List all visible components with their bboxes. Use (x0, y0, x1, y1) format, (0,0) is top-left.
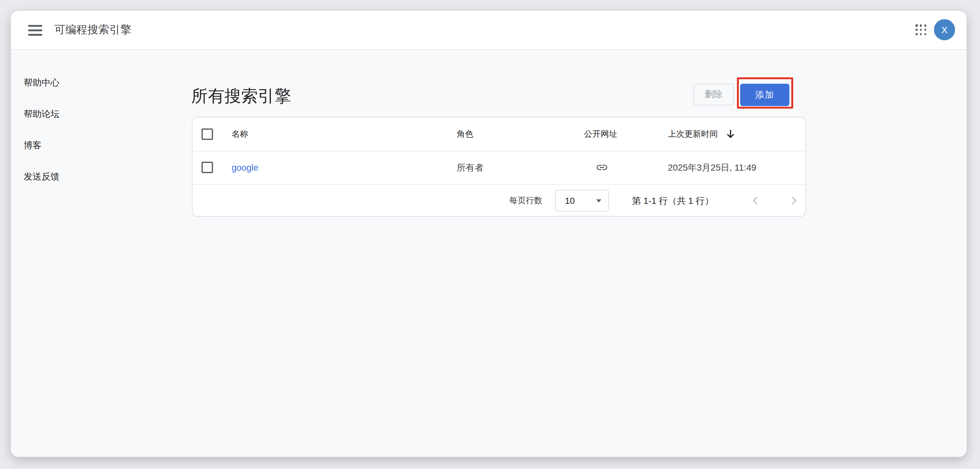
add-button[interactable]: 添加 (740, 84, 789, 106)
sidebar-item-help-forum[interactable]: 帮助论坛 (24, 107, 59, 120)
caret-down-icon (596, 200, 601, 203)
previous-page-button[interactable] (752, 197, 759, 204)
delete-button[interactable]: 删除 (694, 84, 734, 105)
menu-icon[interactable] (28, 24, 42, 36)
public-url-link-icon[interactable] (595, 161, 608, 176)
sidebar-item-help-center[interactable]: 帮助中心 (24, 76, 59, 89)
table-header-row: 名称 角色 公开网址 上次更新时间 (192, 117, 805, 151)
column-header-name[interactable]: 名称 (232, 117, 248, 151)
engine-last-updated: 2025年3月25日, 11:49 (668, 151, 756, 184)
rows-per-page-value: 10 (565, 190, 575, 211)
row-checkbox[interactable] (202, 162, 213, 173)
column-header-role[interactable]: 角色 (457, 117, 473, 151)
pagination-range-text: 第 1-1 行（共 1 行） (632, 184, 714, 217)
rows-per-page-select[interactable]: 10 (555, 190, 609, 211)
screenshot-root: 可编程搜索引擎 X 帮助中心 帮助论坛 博客 发送反馈 所有搜索引擎 删除 添加 (0, 0, 980, 469)
column-header-last-updated[interactable]: 上次更新时间 (668, 117, 718, 151)
page-title: 所有搜索引擎 (191, 85, 291, 107)
avatar-initial: X (941, 24, 948, 35)
apps-grid-icon[interactable] (915, 24, 927, 36)
next-page-button[interactable] (790, 197, 798, 204)
select-all-checkbox[interactable] (202, 128, 213, 140)
search-engines-table: 名称 角色 公开网址 上次更新时间 google 所有者 (192, 117, 806, 217)
app-window: 可编程搜索引擎 X 帮助中心 帮助论坛 博客 发送反馈 所有搜索引擎 删除 添加 (11, 11, 967, 457)
column-header-public-url[interactable]: 公开网址 (584, 117, 617, 151)
content-area: 帮助中心 帮助论坛 博客 发送反馈 所有搜索引擎 删除 添加 名称 角色 公开网… (11, 50, 967, 457)
table-pagination-row: 每页行数 10 第 1-1 行（共 1 行） (192, 184, 805, 217)
top-app-bar: 可编程搜索引擎 X (11, 11, 967, 50)
engine-role: 所有者 (457, 151, 484, 184)
avatar[interactable]: X (934, 19, 955, 40)
app-title: 可编程搜索引擎 (54, 11, 132, 49)
sidebar-item-feedback[interactable]: 发送反馈 (24, 170, 59, 183)
engine-name-link[interactable]: google (232, 151, 258, 184)
sidebar-item-blog[interactable]: 博客 (24, 139, 41, 151)
sort-descending-icon[interactable] (725, 129, 736, 142)
table-row: google 所有者 2025年3月25日, 11:49 (192, 151, 805, 185)
rows-per-page-label: 每页行数 (509, 184, 542, 217)
